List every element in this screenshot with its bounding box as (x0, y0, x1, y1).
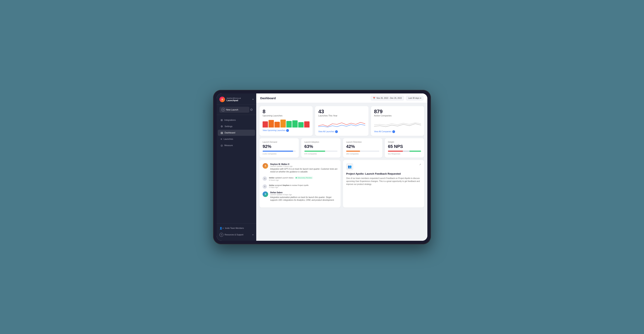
active-companies-label: Active Companies (374, 114, 421, 117)
feedback-title: Project Apollo: Launch Feedback Requeste… (346, 172, 421, 175)
companies-line-chart (374, 119, 421, 129)
arrow-right-icon: › (335, 130, 338, 133)
invite-team-button[interactable]: 👤+ Invite Team Members (220, 226, 254, 231)
feedback-text: One of our team members requested Launch… (346, 177, 421, 186)
settings-quick-button[interactable]: ⊙ (249, 107, 254, 112)
activity-status-3: Stefan assigned Stephen to review Projec… (269, 184, 338, 186)
launch-adoption-progress (304, 151, 338, 152)
avatar-stefan-small-2: S (262, 184, 267, 189)
sidebar-item-measure[interactable]: ◎ Measure (218, 142, 255, 148)
launches-line-chart (318, 119, 365, 129)
launch-adoption-value: 63% (304, 144, 338, 149)
launch-demand-progress (262, 151, 296, 152)
upcoming-launches-label: Upcoming Launches (262, 114, 310, 117)
nps-detractors (388, 151, 403, 152)
view-upcoming-launches-link[interactable]: View Upcoming Launches › (262, 129, 310, 132)
measure-icon: ◎ (220, 144, 223, 147)
top-stat-cards: 8 Upcoming Launches (260, 106, 424, 136)
period-value: Last 30 days (408, 97, 420, 99)
activity-item-1: S Stephen M. Walker II Launch Update 2 H… (262, 163, 338, 173)
avatar-stefan-sabev: S (262, 192, 268, 197)
launch-adoption-card: Launch Adoption 63% 675 Companies (301, 138, 340, 158)
launches-icon: ≡ (220, 138, 222, 140)
sidebar-item-launches-label: Launches (224, 138, 233, 140)
activity-content-1: Stephen M. Walker II Launch Update 2 Hou… (270, 163, 338, 173)
chevron-down-icon: ▾ (420, 97, 421, 99)
resources-button[interactable]: ⊙ Resources & Support ▾ (220, 232, 254, 238)
sidebar-item-integrations[interactable]: ⊞ Integrations (218, 117, 255, 123)
view-all-companies-label: View All Companies (374, 130, 392, 133)
arrow-right-icon: › (392, 130, 395, 133)
bar-8 (304, 121, 310, 128)
view-all-companies-link[interactable]: View All Companies › (374, 130, 421, 133)
active-companies-number: 879 (374, 109, 421, 114)
view-all-launches-label: View All Launches (318, 130, 334, 133)
main-content: Dashboard 📅 Nov 26, 2022 - Dec 26, 2022 … (256, 94, 427, 241)
status-dot (296, 177, 297, 178)
launch-retention-value: 42% (346, 144, 379, 149)
sidebar-item-settings[interactable]: ⚙ Settings (218, 123, 255, 130)
activity-subtitle-4: Launch Update 8 Days Ago (270, 194, 338, 196)
avatar-stefan-small: S (262, 176, 267, 181)
launch-retention-sub: 283 Companies (346, 153, 379, 155)
sidebar-item-measure-label: Measure (224, 144, 233, 146)
activity-status-2: Stefan Updated Launch Status Discovery R… (269, 176, 338, 179)
bar-1 (262, 121, 268, 128)
date-picker[interactable]: 📅 Nov 26, 2022 - Dec 26, 2022 (371, 96, 404, 100)
dashboard-icon: ▤ (220, 131, 223, 134)
activity-content-3: Stefan assigned Stephen to review Projec… (269, 184, 338, 189)
sidebar-item-dashboard[interactable]: ▤ Dashboard (218, 130, 255, 136)
new-launch-button[interactable]: + New Launch (220, 107, 249, 113)
activity-name-1: Stephen M. Walker II (270, 163, 289, 165)
nps-passive (403, 151, 409, 152)
sidebar-header: S stephen@innov.at Launchpad ▾ (217, 94, 256, 105)
plus-icon: + (222, 108, 225, 112)
upcoming-launches-chart (262, 119, 310, 128)
view-upcoming-launches-label: View Upcoming Launches (262, 129, 285, 132)
bar-5 (286, 121, 292, 128)
new-launch-label: New Launch (226, 108, 238, 111)
feedback-header: 👥 ↗ (346, 163, 421, 170)
expand-icon[interactable]: ↗ (419, 163, 421, 166)
dashboard-scroll: 8 Upcoming Launches (256, 103, 427, 241)
activity-item-3: S Stefan assigned Stephen to review Proj… (262, 184, 338, 189)
arrow-right-icon: › (286, 129, 289, 132)
upcoming-launches-card: 8 Upcoming Launches (260, 106, 313, 136)
bar-6 (292, 120, 298, 127)
delight-sub: 521 Responses (388, 153, 421, 155)
delight-title: Delight (388, 141, 421, 143)
launch-retention-fill (346, 151, 360, 152)
launch-demand-card: Launch Demand 92% 2,101 Companies (260, 138, 299, 158)
activity-text-4: Integration automation platform on track… (270, 196, 338, 202)
nps-bar (388, 151, 421, 152)
launch-adoption-title: Launch Adoption (304, 141, 338, 143)
top-bar: Dashboard 📅 Nov 26, 2022 - Dec 26, 2022 … (256, 94, 427, 103)
activity-time-3: 2 Days Ago (269, 186, 338, 188)
sidebar-user[interactable]: S stephen@innov.at Launchpad (220, 96, 241, 102)
launch-retention-progress (346, 151, 379, 152)
period-selector[interactable]: Last 30 days ▾ (406, 96, 424, 100)
sidebar-navigation: ⊞ Integrations ⚙ Settings ▤ Dashboard ≡ … (217, 115, 256, 151)
user-email: stephen@innov.at (226, 97, 241, 99)
bottom-section: S Stephen M. Walker II Launch Update 2 H… (260, 160, 424, 208)
view-all-launches-link[interactable]: View All Launches › (318, 130, 365, 133)
integrations-icon: ⊞ (220, 118, 223, 122)
invite-icon: 👤+ (220, 227, 224, 230)
calendar-icon: 📅 (373, 97, 375, 99)
launches-this-year-number: 43 (318, 109, 365, 114)
launch-demand-fill (262, 151, 293, 152)
avatar: S (220, 96, 225, 102)
feedback-icon: 👥 (346, 163, 353, 170)
launches-this-year-card: 43 Launches This Year View All Launches … (315, 106, 368, 136)
launch-retention-card: Launch Retention 42% 283 Companies (343, 138, 382, 158)
activity-time-2: 6 Hours Ago (269, 179, 338, 181)
upcoming-launches-number: 8 (262, 109, 310, 114)
settings-icon: ⚙ (220, 125, 223, 128)
nps-promoters (410, 151, 421, 152)
bar-7 (298, 122, 304, 127)
sidebar: S stephen@innov.at Launchpad ▾ + New Lau… (217, 94, 256, 241)
sidebar-item-launches[interactable]: ≡ Launches (218, 136, 255, 142)
launch-adoption-fill (304, 151, 325, 152)
activity-item-2: S Stefan Updated Launch Status Discovery… (262, 176, 338, 181)
launch-demand-sub: 2,101 Companies (262, 153, 296, 155)
